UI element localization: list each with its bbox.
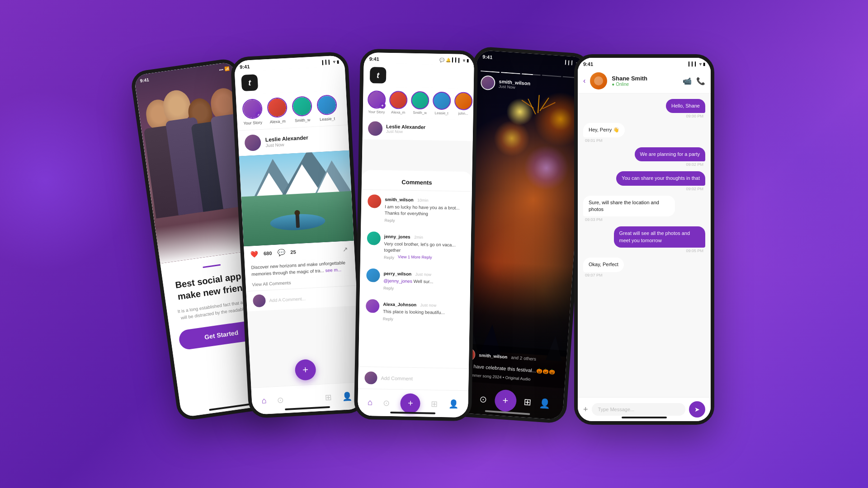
nav-gallery-2[interactable]: ⊞: [325, 392, 332, 403]
nav-search-3[interactable]: ⊙: [383, 398, 390, 408]
send-icon: ➤: [694, 406, 700, 413]
story-avatar-your: +: [242, 99, 263, 119]
phone-3-time: 9:41: [369, 56, 379, 61]
phone-2-signal: ▎▎▎ ▿ ▮: [322, 60, 339, 65]
nav-home-2[interactable]: ⌂: [261, 396, 267, 406]
like-icon-2[interactable]: ❤️: [250, 250, 259, 258]
msg-6: Great will see all the photos and meet y…: [583, 226, 705, 253]
msg-bubble-4: You can share your thoughts in that: [616, 171, 705, 185]
story-label-smith: Smith_w: [295, 117, 311, 123]
msg-time-3: 09:02 PM: [684, 162, 705, 167]
p3-story-av-alexa: [389, 91, 408, 109]
p3-story-smith[interactable]: Smith_w: [411, 91, 429, 115]
likes-count-2: 680: [264, 250, 272, 256]
nav-plus-3[interactable]: +: [401, 393, 421, 413]
phone-5-status-bar: 9:41 ▎▎▎ ▿ ▮: [578, 58, 711, 69]
nav-profile-2[interactable]: 👤: [342, 391, 353, 402]
add-comment-input-3[interactable]: Add Comment: [381, 375, 462, 382]
chat-user-avatar: [590, 72, 607, 89]
nav-profile-3[interactable]: 👤: [448, 399, 458, 409]
comment-time-perry: Just now: [415, 272, 432, 277]
comment-reply-perry[interactable]: Reply: [383, 286, 464, 292]
messenger-icon: 💬: [439, 58, 444, 62]
p3-story-av-your: +: [368, 90, 386, 109]
chat-input-field[interactable]: Type Message...: [592, 403, 685, 416]
chat-attach-icon[interactable]: +: [583, 405, 588, 414]
home-indicator-5: [622, 417, 667, 418]
story-label-leasie: Leasie_t: [320, 116, 335, 122]
nav-gallery-dark[interactable]: ⊞: [524, 397, 532, 408]
view-more-reply-jenny[interactable]: View 1 More Reply: [398, 254, 432, 259]
story-avatar-leasie-inner: [317, 95, 336, 114]
phones-container: 9:41 ▪▪▪ 📶: [118, 41, 750, 447]
phone-call-icon[interactable]: 📞: [696, 77, 705, 85]
comment-icon-2[interactable]: 💬: [277, 249, 285, 257]
p3-story-label-john: john...: [458, 112, 468, 116]
story-avatar-leasie: [316, 94, 337, 115]
phone-5-signal: ▎▎▎ ▿ ▮: [689, 62, 705, 66]
fab-plus-2[interactable]: +: [294, 359, 316, 380]
nav-home-3[interactable]: ⌂: [368, 398, 373, 407]
nav-search-dark[interactable]: ⊙: [479, 394, 487, 405]
story-top-info: smith_wilson Just Now: [498, 79, 530, 91]
story-item-smith[interactable]: Smith_w: [291, 96, 313, 123]
battery-5: ▮: [703, 62, 705, 66]
msg-bubble-1: Hello, Shane: [666, 99, 705, 113]
p3-story-label-alexa: Alexa_m: [391, 110, 405, 115]
p3-post-info: Leslie Alexander Just Now: [386, 124, 425, 135]
p3-story-label-smith: Smith_w: [413, 111, 427, 115]
app-logo-2: t: [241, 74, 258, 91]
msg-bubble-5: Sure, will share the location and photos: [583, 196, 675, 217]
story-item-your[interactable]: + Your Story: [241, 99, 263, 126]
comment-input-2[interactable]: Add A Comment...: [269, 294, 350, 303]
nav-profile-dark[interactable]: 👤: [539, 398, 551, 409]
comment-avatar-perry: [366, 268, 380, 282]
comment-item-2: jenny_jones 2min Very cool brother, let'…: [360, 227, 471, 266]
post-user-info-2: Leslie Alexander Just Now: [265, 132, 342, 148]
p3-story-leasie[interactable]: Leasie_t: [433, 92, 451, 116]
chat-back-button[interactable]: ‹: [583, 77, 585, 85]
p3-story-your[interactable]: + Your Story: [368, 90, 386, 114]
p3-story-john[interactable]: john...: [454, 92, 473, 116]
nav-plus-dark[interactable]: +: [494, 389, 517, 412]
story-item-leasie[interactable]: Leasie_t: [316, 94, 338, 122]
comment-text-alexa: This place is looking beautifu...: [383, 309, 463, 316]
phone-5-screen: 9:41 ▎▎▎ ▿ ▮ ‹ Shane Smith: [578, 58, 711, 421]
chat-header: ‹ Shane Smith ● Online 📹 📞: [578, 69, 711, 94]
wifi-5: ▿: [699, 62, 702, 66]
comment-reply-jenny[interactable]: Reply: [384, 255, 394, 260]
msg-5: Sure, will share the location and photos…: [583, 196, 705, 222]
comment-reply-alexa[interactable]: Reply: [383, 317, 463, 323]
comment-reply-smith[interactable]: Reply: [384, 218, 465, 224]
p3-post-time: Just Now: [386, 129, 425, 135]
mountain-scene: [239, 150, 354, 246]
see-more-link-2[interactable]: see m...: [325, 267, 341, 273]
chat-send-button[interactable]: ➤: [689, 401, 705, 418]
signal-5: ▎▎▎: [689, 62, 698, 66]
nav-search-2[interactable]: ⊙: [277, 395, 284, 405]
comment-avatar-alexa: [366, 299, 380, 313]
mention-jenny: @jenny_jones: [383, 278, 412, 284]
p3-story-label-your: Your Story: [368, 110, 385, 114]
nav-gallery-3[interactable]: ⊞: [431, 399, 438, 408]
msg-bubble-7: Okay, Perfect: [583, 258, 624, 272]
comment-text-perry: @jenny_jones Well sur...: [383, 278, 464, 286]
p3-story-alexa[interactable]: Alexa_m: [389, 91, 408, 115]
msg-bubble-3: We are planning for a party: [635, 147, 705, 161]
share-icon-2[interactable]: ↗: [342, 245, 348, 253]
chat-messages: Hello, Shane 09:00 PM Hey, Perry 👋 09:01…: [578, 94, 711, 394]
msg-time-1: 09:00 PM: [684, 114, 705, 118]
wifi-icon: 📶: [224, 66, 230, 71]
comments-count-2: 25: [290, 249, 296, 255]
post-avatar-2: [244, 134, 261, 151]
comment-time-alexa: Just now: [420, 303, 437, 308]
home-indicator-1: [209, 403, 254, 411]
comment-time-jenny: 2min: [414, 235, 423, 239]
video-call-icon[interactable]: 📹: [683, 77, 692, 85]
story-item-alexa[interactable]: Alexa_m: [266, 97, 288, 124]
comment-item-4: Alexa_Johnson Just now This place is loo…: [359, 295, 470, 327]
story-add-btn: +: [255, 111, 263, 119]
msg-bubble-6: Great will see all the photos and meet y…: [614, 226, 706, 248]
msg-7: Okay, Perfect 09:07 PM: [583, 258, 705, 277]
msg-3: We are planning for a party 09:02 PM: [583, 147, 705, 167]
